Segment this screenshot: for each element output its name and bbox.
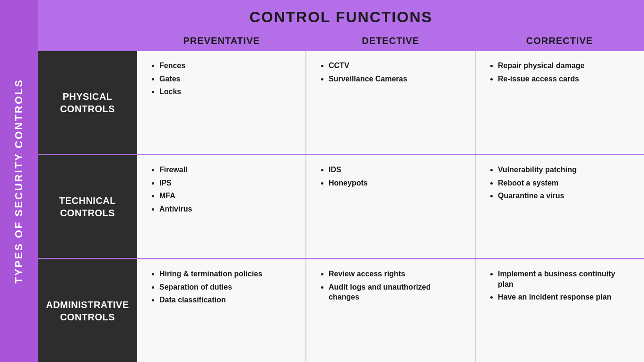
row-label-physical-text: PHYSICALCONTROLS (60, 90, 115, 115)
list-item: CCTV (329, 61, 463, 71)
data-cols: Fences Gates Locks CCTV Surveillance Cam… (137, 51, 644, 362)
row-labels-col: PHYSICALCONTROLS TECHNICALCONTROLS ADMIN… (38, 51, 137, 362)
physical-preventative: Fences Gates Locks (137, 51, 306, 154)
administrative-detective-list: Review access rights Audit logs and unau… (318, 269, 463, 302)
administrative-preventative-list: Hiring & termination policies Separation… (149, 269, 294, 305)
list-item: Firewall (159, 165, 294, 175)
list-item: Honeypots (329, 178, 463, 188)
row-label-administrative-text: ADMINISTRATIVECONTROLS (46, 299, 129, 323)
list-item: Have an incident response plan (498, 292, 632, 302)
col-header-detective: DETECTIVE (306, 31, 475, 51)
row-label-administrative: ADMINISTRATIVECONTROLS (38, 259, 137, 362)
list-item: Re-issue access cards (498, 74, 632, 84)
list-item: Surveillance Cameras (329, 74, 463, 84)
physical-detective: CCTV Surveillance Cameras (306, 51, 476, 154)
list-item: Reboot a system (498, 178, 632, 188)
list-item: Audit logs and unauthorized changes (329, 282, 463, 302)
technical-preventative-list: Firewall IPS MFA Antivirus (149, 165, 294, 214)
col-header-corrective: CORRECTIVE (475, 31, 644, 51)
data-row-physical: Fences Gates Locks CCTV Surveillance Cam… (137, 51, 644, 155)
list-item: Fences (159, 61, 294, 71)
list-item: Vulnerability patching (498, 165, 632, 175)
administrative-corrective-list: Implement a business continuity plan Hav… (487, 269, 632, 302)
administrative-preventative: Hiring & termination policies Separation… (137, 259, 306, 362)
list-item: Separation of duties (159, 282, 294, 292)
list-item: IDS (329, 165, 463, 175)
technical-detective: IDS Honeypots (306, 155, 476, 258)
col-header-preventative: PREVENTATIVE (137, 31, 306, 51)
technical-detective-list: IDS Honeypots (318, 165, 463, 188)
list-item: Locks (159, 87, 294, 97)
main-title: CONTROL FUNCTIONS (38, 9, 644, 26)
row-label-physical: PHYSICALCONTROLS (38, 51, 137, 155)
technical-corrective-list: Vulnerability patching Reboot a system Q… (487, 165, 632, 201)
list-item: Review access rights (329, 269, 463, 279)
physical-preventative-list: Fences Gates Locks (149, 61, 294, 97)
list-item: IPS (159, 178, 294, 188)
administrative-corrective: Implement a business continuity plan Hav… (476, 259, 644, 362)
list-item: Gates (159, 74, 294, 84)
spacer (38, 31, 137, 51)
physical-corrective-list: Repair physical damage Re-issue access c… (487, 61, 632, 84)
sidebar-label: TYPES OF SECURITY CONTROLS (13, 79, 25, 283)
data-row-technical: Firewall IPS MFA Antivirus IDS Honeypots… (137, 155, 644, 259)
administrative-detective: Review access rights Audit logs and unau… (306, 259, 476, 362)
col-headers-row: PREVENTATIVE DETECTIVE CORRECTIVE (38, 31, 644, 51)
physical-detective-list: CCTV Surveillance Cameras (318, 61, 463, 84)
data-row-administrative: Hiring & termination policies Separation… (137, 259, 644, 362)
list-item: Implement a business continuity plan (498, 269, 632, 289)
list-item: Data classification (159, 295, 294, 305)
list-item: Hiring & termination policies (159, 269, 294, 279)
list-item: MFA (159, 191, 294, 201)
physical-corrective: Repair physical damage Re-issue access c… (476, 51, 644, 154)
main-container: TYPES OF SECURITY CONTROLS CONTROL FUNCT… (0, 0, 644, 362)
top-header: CONTROL FUNCTIONS (0, 0, 644, 31)
list-item: Quarantine a virus (498, 191, 632, 201)
row-label-technical: TECHNICALCONTROLS (38, 155, 137, 259)
vertical-sidebar: TYPES OF SECURITY CONTROLS (0, 0, 38, 362)
technical-corrective: Vulnerability patching Reboot a system Q… (476, 155, 644, 258)
list-item: Repair physical damage (498, 61, 632, 71)
technical-preventative: Firewall IPS MFA Antivirus (137, 155, 306, 258)
list-item: Antivirus (159, 204, 294, 214)
main-grid: PHYSICALCONTROLS TECHNICALCONTROLS ADMIN… (38, 51, 644, 362)
row-label-technical-text: TECHNICALCONTROLS (59, 194, 116, 219)
